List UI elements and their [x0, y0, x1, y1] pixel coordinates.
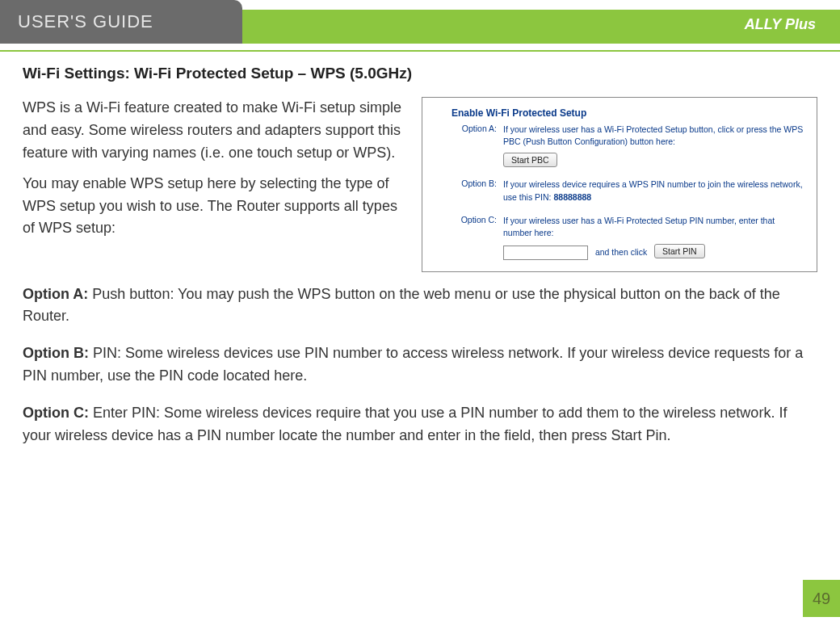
header-tab: USER'S GUIDE — [0, 0, 242, 44]
option-c-paragraph: Option C: Enter PIN: Some wireless devic… — [23, 402, 817, 447]
wps-option-a-label: Option A: — [434, 124, 503, 167]
wps-option-c-desc: If your wireless user has a Wi-Fi Protec… — [503, 215, 805, 239]
page-number-badge: 49 — [803, 580, 840, 617]
option-c-text: Enter PIN: Some wireless devices require… — [23, 405, 787, 443]
wps-option-a-row: Option A: If your wireless user has a Wi… — [434, 124, 805, 167]
wps-option-c-row: Option C: If your wireless user has a Wi… — [434, 215, 805, 260]
option-b-lead: Option B: — [23, 345, 93, 361]
wps-option-b-row: Option B: If your wireless device requir… — [434, 178, 805, 203]
wps-option-a-desc: If your wireless user has a Wi-Fi Protec… — [503, 124, 805, 148]
option-a-text: Push button: You may push the WPS button… — [23, 286, 780, 325]
option-c-lead: Option C: — [23, 405, 93, 421]
start-pbc-button[interactable]: Start PBC — [503, 153, 557, 167]
option-b-text: PIN: Some wireless devices use PIN numbe… — [23, 345, 803, 384]
brand-label: ALLY Plus — [745, 16, 816, 33]
section-title: Wi-Fi Settings: Wi-Fi Protected Setup – … — [23, 65, 817, 82]
guide-label: USER'S GUIDE — [18, 11, 153, 32]
option-a-paragraph: Option A: Push button: You may push the … — [23, 283, 817, 329]
wps-and-then-text: and then click — [595, 247, 647, 257]
start-pin-button[interactable]: Start PIN — [654, 244, 705, 258]
wps-option-c-label: Option C: — [434, 215, 503, 260]
header-divider — [0, 50, 840, 52]
option-a-lead: Option A: — [23, 286, 92, 302]
wps-option-b-label: Option B: — [434, 178, 503, 203]
wps-pin-value: 88888888 — [553, 192, 591, 202]
wps-screenshot: Enable Wi-Fi Protected Setup Option A: I… — [422, 97, 817, 272]
wps-option-b-desc: If your wireless device requires a WPS P… — [503, 179, 803, 201]
wps-screenshot-title: Enable Wi-Fi Protected Setup — [452, 107, 805, 119]
option-b-paragraph: Option B: PIN: Some wireless devices use… — [23, 342, 817, 388]
intro-paragraph-1: WPS is a Wi-Fi feature created to make W… — [23, 97, 410, 165]
wps-pin-input[interactable] — [503, 246, 588, 260]
intro-paragraph-2: You may enable WPS setup here by selecti… — [23, 173, 410, 241]
